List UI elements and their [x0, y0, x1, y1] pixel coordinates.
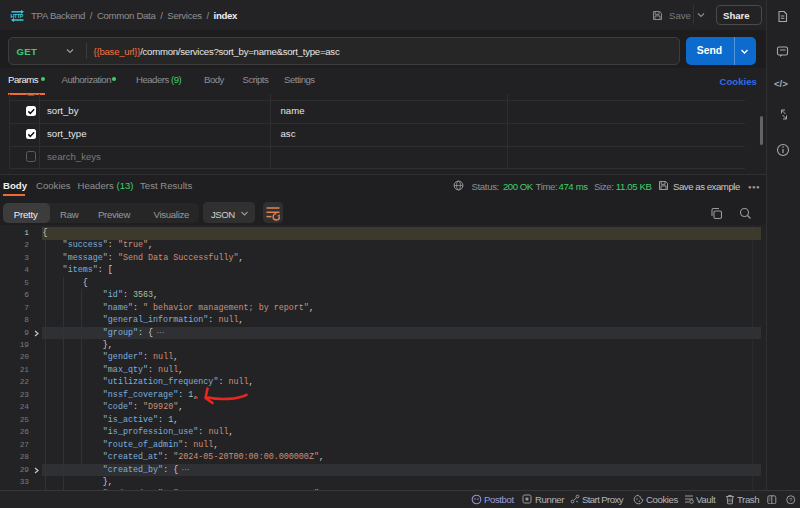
svg-text:?: ?: [789, 496, 793, 502]
svg-text:HTTP: HTTP: [11, 13, 24, 19]
